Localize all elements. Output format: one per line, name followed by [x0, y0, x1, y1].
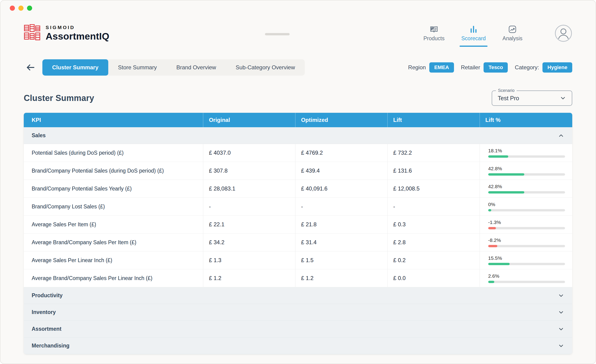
kpi-cell: Average Sales Per Linear Inch (£) — [24, 251, 203, 269]
user-avatar-icon[interactable] — [555, 24, 572, 42]
section-chevron-icon[interactable] — [558, 292, 564, 299]
close-button[interactable] — [10, 6, 15, 11]
table-body: Sales Potential Sales (during DoS period… — [24, 127, 572, 354]
filter-retailer-badge[interactable]: Tesco — [484, 62, 508, 73]
scenario-select[interactable]: Scenario Test Pro — [492, 90, 572, 106]
optimized-cell: £ 1.2 — [295, 269, 387, 287]
section-chevron-icon[interactable] — [558, 342, 564, 349]
lift-pct-bar-fill — [488, 227, 496, 229]
lift-pct-cell: 2.6% — [480, 269, 572, 287]
table-row: Brand/Company Potential Sales Yearly (£)… — [24, 180, 572, 198]
table-section-row[interactable]: Sales — [24, 127, 572, 144]
section-chevron-icon[interactable] — [558, 326, 564, 332]
section-chevron-icon[interactable] — [558, 309, 564, 316]
section-label: Assortment — [32, 326, 61, 332]
minimize-button[interactable] — [18, 6, 23, 11]
brand-company-name: SIGMOID — [46, 25, 109, 30]
filter-retailer-label: Retailer — [461, 64, 480, 71]
lift-pct-bar — [488, 155, 565, 158]
nav-products-label: Products — [424, 35, 445, 42]
section-chevron-icon[interactable] — [558, 132, 564, 139]
lift-pct-cell: 18.1% — [480, 144, 572, 162]
lift-pct-bar — [488, 173, 565, 176]
app-window: SIGMOID AssortmentIQ Products — [0, 0, 596, 364]
table-section-row[interactable]: Assortment — [24, 321, 572, 337]
section-label: Productivity — [32, 292, 63, 299]
table-section-row[interactable]: Merchandising — [24, 337, 572, 354]
original-cell: £ 34.2 — [203, 233, 295, 251]
table-section-row[interactable]: Productivity — [24, 287, 572, 304]
lift-pct-label: 15.5% — [488, 255, 502, 261]
tab-store-summary[interactable]: Store Summary — [108, 59, 167, 76]
main-nav: Products Scorecard Analysis — [424, 24, 572, 42]
lift-cell: £ 0.3 — [387, 216, 480, 233]
filter-category-badge[interactable]: Hygiene — [543, 62, 572, 73]
lift-pct-bar-fill — [488, 263, 510, 265]
tab-brand-overview[interactable]: Brand Overview — [166, 59, 226, 76]
scorecard-icon — [469, 25, 478, 34]
lift-pct-label: 18.1% — [488, 148, 502, 153]
optimized-cell: £ 40,091.6 — [295, 180, 387, 197]
tab-sub-category-overview[interactable]: Sub-Category Overview — [226, 59, 305, 76]
nav-analysis[interactable]: Analysis — [502, 25, 522, 42]
back-button[interactable] — [24, 61, 37, 74]
optimized-cell: £ 31.4 — [295, 233, 387, 251]
lift-pct-cell: 0% — [480, 198, 572, 215]
kpi-cell: Average Brand/Company Sales Per Linear I… — [24, 269, 203, 287]
lift-pct-bar-fill — [488, 209, 491, 211]
filter-bar: Region EMEA Retailer Tesco Category: Hyg… — [408, 62, 572, 73]
lift-pct-label: 42.8% — [488, 184, 502, 189]
table-row: Average Brand/Company Sales Per Item (£)… — [24, 233, 572, 251]
analysis-icon — [508, 25, 517, 34]
brand-logo-block[interactable]: SIGMOID AssortmentIQ — [24, 24, 109, 42]
chevron-down-icon — [560, 95, 566, 102]
kpi-cell: Average Sales Per Item (£) — [24, 216, 203, 233]
sigmoid-logo-icon — [24, 24, 40, 42]
title-row: Cluster Summary Scenario Test Pro — [0, 90, 596, 106]
filter-retailer: Retailer Tesco — [461, 62, 508, 73]
original-cell: £ 307.8 — [203, 162, 295, 180]
lift-pct-cell: -8.2% — [480, 233, 572, 251]
lift-cell: £ 12,008.5 — [387, 180, 480, 197]
nav-analysis-label: Analysis — [502, 35, 522, 42]
kpi-cell: Potential Sales (during DoS period) (£) — [24, 144, 203, 162]
filter-region-label: Region — [408, 64, 426, 71]
window-controls — [10, 6, 32, 11]
zoom-button[interactable] — [27, 6, 32, 11]
original-cell: £ 28,083.1 — [203, 180, 295, 197]
nav-scorecard[interactable]: Scorecard — [462, 25, 486, 42]
optimized-cell: £ 21.8 — [295, 216, 387, 233]
original-cell: £ 22.1 — [203, 216, 295, 233]
optimized-cell: £ 439.4 — [295, 162, 387, 180]
filter-region-badge[interactable]: EMEA — [429, 62, 454, 73]
lift-pct-bar-fill — [488, 281, 494, 283]
col-optimized: Optimized — [295, 113, 387, 127]
tab-cluster-summary[interactable]: Cluster Summary — [42, 59, 108, 76]
table-section-row[interactable]: Inventory — [24, 304, 572, 321]
table-row: Average Brand/Company Sales Per Linear I… — [24, 269, 572, 287]
table-row: Brand/Company Lost Sales (£) - - - 0% — [24, 198, 572, 216]
kpi-cell: Average Brand/Company Sales Per Item (£) — [24, 233, 203, 251]
col-lift: Lift — [387, 113, 480, 127]
page-title: Cluster Summary — [24, 93, 94, 103]
table-header: KPI Original Optimized Lift Lift % — [24, 113, 572, 127]
lift-pct-bar — [488, 209, 565, 211]
lift-pct-bar-fill — [488, 245, 498, 247]
lift-pct-bar — [488, 281, 565, 283]
lift-cell: £ 2.8 — [387, 233, 480, 251]
kpi-table: KPI Original Optimized Lift Lift % Sales… — [24, 113, 572, 354]
original-cell: £ 1.3 — [203, 251, 295, 269]
table-row: Potential Sales (during DoS period) (£) … — [24, 144, 572, 162]
drag-handle — [265, 33, 290, 35]
nav-scorecard-label: Scorecard — [462, 35, 486, 42]
optimized-cell: - — [295, 198, 387, 215]
original-cell: £ 1.2 — [203, 269, 295, 287]
brand-product-name: AssortmentIQ — [46, 31, 109, 42]
lift-cell: £ 0.2 — [387, 251, 480, 269]
toolbar: Cluster Summary Store Summary Brand Over… — [0, 59, 596, 76]
back-arrow-icon — [25, 62, 36, 73]
products-icon — [430, 25, 438, 34]
nav-products[interactable]: Products — [424, 25, 445, 42]
lift-cell: £ 732.2 — [387, 144, 480, 162]
lift-pct-cell: 42.8% — [480, 162, 572, 180]
